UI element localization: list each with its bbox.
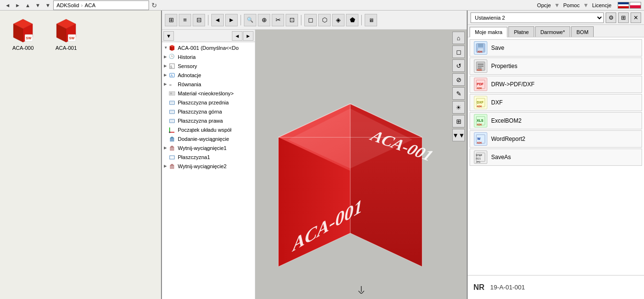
svg-text:S: S [170,65,172,69]
vp-home-btn[interactable]: ⌂ [452,32,465,44]
vp-rotate-btn[interactable]: ↺ [452,59,465,72]
content-area: SW ACA-000 SW ACA-001 ⊞ ≡ [0,11,644,299]
svg-text:ADK: ADK [477,123,482,126]
opcje-menu[interactable]: Opcje [534,1,554,9]
toolbar-render[interactable]: ◈ [332,14,345,26]
macro-save[interactable]: ADK Save [470,39,642,57]
nav-forward-btn[interactable]: ► [13,0,23,10]
tree-item-cut1[interactable]: ▶ Wytnij-wyciągnięcie1 [162,143,255,152]
vp-more-btn[interactable]: ▼▼ [452,129,465,141]
tab-moje-makra[interactable]: Moje makra [470,27,507,37]
svg-rect-32 [170,138,174,141]
extrude-add-icon [169,136,176,142]
vp-view-btn[interactable]: ◻ [452,46,465,58]
svg-marker-33 [170,137,174,138]
toolbar-detail-btn[interactable]: ⊟ [193,14,205,26]
coord-indicator [358,286,364,295]
cube-svg: ACA-001 ACA-001 [255,61,451,267]
toolbar-box[interactable]: ⊡ [286,14,298,26]
toolbar-shape[interactable]: ◻ [304,14,317,26]
tree-item-historia[interactable]: ▶ 🕒 Historia [162,52,255,61]
tree-item-sensory[interactable]: ▶ S Sensory [162,61,255,70]
file-label-aca001: ACA-001 [56,45,77,51]
macro-dxf[interactable]: DXF ADK DXF [470,94,642,111]
ft-toolbar: ▼ ◄ ► [162,30,255,42]
tree-item-plane-right[interactable]: Płaszczyzna prawa [162,116,255,125]
tree-item-extrude-add[interactable]: Dodanie-wyciągnięcie [162,134,255,143]
macro-properties[interactable]: ADK Properties [470,58,642,75]
vp-section-btn[interactable]: ⊘ [452,73,465,86]
macro-word[interactable]: W ADK WordReport2 [470,130,642,148]
macro-dxf-icon: DXF ADK [474,96,487,109]
tree-item-origin[interactable]: Początek układu współ [162,125,255,134]
nav-up-btn[interactable]: ▲ [23,0,33,10]
tree-root-item[interactable]: ▼ ACA-001 (Domyślna<<Do [162,43,255,52]
toolbar-material[interactable]: ⬟ [346,14,358,26]
toolbar-zoom-in[interactable]: ⊕ [258,14,270,26]
toolbar-cut[interactable]: ✂ [272,14,284,26]
tab-bom[interactable]: BOM [571,26,594,37]
toolbar-grid-btn[interactable]: ⊞ [165,14,177,26]
file-entry-aca001[interactable]: SW ACA-001 [47,15,85,53]
macro-props-label: Properties [491,63,518,69]
vp-light-btn[interactable]: ☀ [452,101,465,114]
tree-item-plane-top[interactable]: Płaszczyzna górna [162,107,255,116]
settings-close-btn[interactable]: ✕ [631,12,641,23]
flag-pl[interactable] [630,2,641,9]
settings-gear-btn[interactable]: ⚙ [606,12,616,23]
macro-dxf-label: DXF [491,99,503,106]
tree-item-cut2[interactable]: ▶ Wytnij-wyciągnięcie2 [162,161,255,171]
nav-down-btn[interactable]: ▼ [33,0,43,10]
ft-scroll-left[interactable]: ◄ [232,31,242,41]
svg-line-55 [361,291,364,294]
center-pane: ⊞ ≡ ⊟ ◄ ► 🔍 ⊕ ✂ ⊡ ◻ ⬡ ◈ ⬟ 🖥 [162,11,467,299]
svg-text:SW: SW [69,36,75,40]
toolbar-scroll-left[interactable]: ◄ [211,14,224,26]
macros-list: ADK Save ADK [468,37,644,275]
adnotacje-icon: A [169,72,176,79]
svg-text:STEP: STEP [476,154,483,157]
flag-en[interactable] [618,2,629,9]
file-entry-aca000[interactable]: SW ACA-000 [4,15,42,53]
nr-label: NR [473,283,484,292]
refresh-btn[interactable]: ↻ [150,0,159,10]
tab-darmowe[interactable]: Darmowe* [535,26,570,37]
macro-excel[interactable]: XLS ADK ExcelBOM2 [470,112,642,129]
macro-pdf[interactable]: PDF ADK DRW->PDF/DXF [470,76,642,93]
rownania-icon: = [169,81,176,88]
macros-nr-section: NR 19-A-01-001 [468,275,644,299]
macro-saveas-icon: STEP RES JPG [474,150,487,164]
bc-root: ADKSolid [57,2,79,8]
svg-text:ADK: ADK [477,141,482,144]
licencje-menu[interactable]: Licencje [589,1,614,9]
svg-line-54 [358,291,361,294]
toolbar-scroll-right[interactable]: ► [225,14,238,26]
vp-measure-btn[interactable]: ⊞ [452,115,465,127]
tree-item-rownania[interactable]: ▶ = Równania [162,80,255,89]
app-container: ◄ ► ▲ ▼ ▼ ADKSolid › ACA ↻ Opcje ▼ Pomoc… [0,0,644,299]
plane1-icon [169,154,176,161]
tree-item-material[interactable]: Materiał <nieokreślony> [162,89,255,98]
viewport-area: ⌂ ◻ ↺ ⊘ ✎ ☀ ⊞ ▼▼ [255,30,467,299]
vp-edit-btn[interactable]: ✎ [452,87,465,100]
ft-filter-btn[interactable]: ▼ [163,31,174,41]
toolbar-list-btn[interactable]: ≡ [179,14,191,26]
toolbar-display[interactable]: 🖥 [365,14,377,26]
macro-excel-icon: XLS ADK [474,114,487,127]
nav-menu-btn[interactable]: ▼ [43,0,53,10]
pomoc-menu[interactable]: Pomoc [561,1,583,9]
tree-item-plane-front[interactable]: Płaszczyzna przednia [162,98,255,107]
plane-front-icon [169,99,176,106]
tab-platne[interactable]: Płatne [508,26,534,37]
ft-scroll-right[interactable]: ► [243,31,253,41]
settings-select[interactable]: Ustawienia 2 [471,12,604,23]
macro-pdf-icon: PDF ADK [474,78,487,91]
nav-back-btn[interactable]: ◄ [3,0,12,10]
toolbar-view3d[interactable]: ⬡ [318,14,331,26]
settings-copy-btn[interactable]: ⊞ [618,12,629,23]
tree-item-adnotacje[interactable]: ▶ A Adnotacje [162,70,255,80]
svg-text:DXF: DXF [477,101,484,104]
toolbar-zoom[interactable]: 🔍 [244,14,256,26]
tree-item-plane1[interactable]: Płaszczyzna1 [162,152,255,161]
macro-saveas[interactable]: STEP RES JPG SaveAs [470,149,642,166]
